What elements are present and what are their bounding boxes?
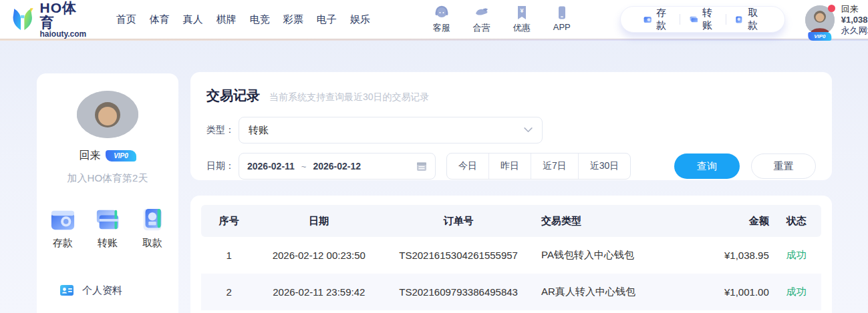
app-download-button[interactable]: APP: [548, 5, 576, 34]
withdraw-icon: [735, 14, 743, 25]
id-card-icon: [59, 283, 74, 298]
site-url-label: 永久网址：: [841, 25, 868, 35]
joined-days-text: 加入HO体育第2天: [67, 172, 148, 185]
cell-order: TS2021615304261555957: [381, 237, 536, 274]
deposit-wallet-icon: [49, 208, 77, 233]
sidebar-withdraw-label: 取款: [142, 237, 162, 250]
withdraw-atm-icon: [138, 208, 166, 233]
header-date: 日期: [257, 205, 382, 237]
cell-order: TS2021609793386495843: [381, 274, 536, 310]
user-name: 回来: [841, 4, 868, 15]
cell-type: AR真人转入中心钱包: [536, 274, 691, 310]
brand-name: HO体育: [39, 1, 88, 30]
phone-icon: [554, 5, 570, 21]
nav-item-slots[interactable]: 电子: [317, 13, 337, 26]
sidebar-deposit-label: 存款: [53, 237, 73, 250]
nav-item-sports[interactable]: 体育: [150, 13, 170, 26]
date-to-value: 2026-02-12: [313, 161, 361, 172]
deposit-button[interactable]: 存款: [634, 7, 680, 32]
svg-text:¥: ¥: [520, 7, 523, 14]
transfer-icon: [690, 14, 698, 25]
partnership-button[interactable]: 合营: [468, 5, 496, 34]
status-badge: 成功: [772, 274, 821, 310]
vip-badge: VIP0: [106, 150, 136, 162]
sidebar-menu: 个人资料 交易记录: [37, 276, 178, 313]
coupon-icon: ¥: [514, 5, 530, 21]
transaction-type-select[interactable]: 转账: [239, 117, 543, 143]
status-badge: 成功: [772, 237, 821, 274]
main-nav: 首页 体育 真人 棋牌 电竞 彩票 电子 娱乐: [116, 13, 370, 26]
date-field-label: 日期：: [206, 160, 239, 172]
chevron-down-icon: [524, 127, 533, 133]
user-block[interactable]: VIP0 回来 ¥1,038.95 永久网址：haiouty.com: [805, 3, 868, 37]
header-index: 序号: [201, 205, 257, 237]
navbar-divider: [0, 39, 868, 41]
nav-item-cards[interactable]: 棋牌: [216, 13, 237, 26]
reset-button[interactable]: 重置: [751, 153, 816, 179]
promotions-label: 优惠: [513, 22, 531, 34]
date-range-input[interactable]: 2026-02-11 ~ 2026-02-12: [239, 153, 436, 180]
app-label: APP: [553, 22, 571, 32]
headset-icon: [434, 5, 450, 21]
avatar-photo: [77, 91, 138, 138]
user-balance: ¥1,038.95: [841, 15, 868, 25]
range-7days-button[interactable]: 近7日: [531, 153, 578, 179]
cell-index: 1: [201, 237, 257, 274]
nav-item-esports[interactable]: 电竞: [250, 13, 270, 26]
brand-domain: haiouty.com: [39, 30, 88, 39]
sidebar-transfer-button[interactable]: 转账: [94, 208, 122, 250]
nav-item-live[interactable]: 真人: [183, 13, 203, 26]
sidebar-transfer-label: 转账: [98, 237, 118, 250]
table-header-row: 序号 日期 订单号 交易类型 金额 状态: [201, 205, 821, 237]
header-status: 状态: [772, 205, 821, 237]
transactions-table: 序号 日期 订单号 交易类型 金额 状态 1 2026-02-12 00:23:…: [201, 205, 821, 310]
top-navbar: HO体育 haiouty.com 首页 体育 真人 棋牌 电竞 彩票 电子 娱乐…: [0, 0, 868, 39]
notification-dot: [828, 5, 835, 12]
brand-logo[interactable]: HO体育 haiouty.com: [11, 1, 88, 39]
withdraw-label: 取款: [748, 7, 762, 32]
transaction-table-card: 序号 日期 订单号 交易类型 金额 状态 1 2026-02-12 00:23:…: [190, 196, 832, 313]
sidebar-deposit-button[interactable]: 存款: [49, 208, 77, 250]
cell-date: 2026-02-11 23:59:42: [257, 274, 382, 310]
range-today-button[interactable]: 今日: [447, 153, 488, 179]
transfer-card-icon: [94, 208, 122, 233]
header-type: 交易类型: [536, 205, 691, 237]
sidebar-item-profile[interactable]: 个人资料: [37, 276, 178, 304]
cell-type: PA钱包转入中心钱包: [536, 237, 691, 274]
type-selected-value: 转账: [249, 124, 524, 137]
table-row: 2 2026-02-11 23:59:42 TS2021609793386495…: [201, 274, 821, 310]
cell-amount: ¥1,001.00: [691, 274, 772, 310]
quick-icons-group: 客服 合营 ¥ 优惠 APP: [428, 5, 576, 34]
transfer-button[interactable]: 转账: [680, 7, 726, 32]
withdraw-button[interactable]: 取款: [726, 7, 770, 32]
transaction-filter-card: 交易记录 当前系统支持查询最近30日的交易记录 类型： 转账 日期： 2026-…: [190, 72, 832, 180]
cell-amount: ¥1,038.95: [691, 237, 772, 274]
sidebar-withdraw-button[interactable]: 取款: [138, 208, 166, 250]
header-order: 订单号: [381, 205, 536, 237]
nav-item-home[interactable]: 首页: [116, 13, 136, 26]
customer-service-label: 客服: [433, 22, 450, 34]
partnership-label: 合营: [473, 22, 490, 34]
search-button[interactable]: 查询: [674, 153, 740, 179]
promotions-button[interactable]: ¥ 优惠: [508, 5, 536, 34]
cell-index: 2: [201, 274, 257, 310]
customer-service-button[interactable]: 客服: [428, 5, 456, 34]
type-field-label: 类型：: [206, 124, 239, 136]
nav-item-lottery[interactable]: 彩票: [283, 13, 303, 26]
range-yesterday-button[interactable]: 昨日: [488, 153, 531, 179]
calendar-icon: [416, 161, 427, 172]
date-separator: ~: [301, 162, 307, 172]
header-amount: 金额: [691, 205, 772, 237]
profile-name: 回来: [79, 149, 100, 163]
deposit-label: 存款: [656, 7, 670, 32]
brand-mark-icon: [11, 6, 34, 33]
date-from-value: 2026-02-11: [247, 161, 295, 172]
transfer-label: 转账: [702, 7, 716, 32]
quick-range-group: 今日 昨日 近7日 近30日: [446, 153, 631, 180]
sidebar-item-profile-label: 个人资料: [82, 284, 122, 297]
profile-avatar[interactable]: [77, 91, 138, 138]
range-30days-button[interactable]: 近30日: [578, 153, 631, 179]
handshake-icon: [474, 5, 490, 21]
table-row: 1 2026-02-12 00:23:50 TS2021615304261555…: [201, 237, 821, 274]
nav-item-entertainment[interactable]: 娱乐: [350, 13, 370, 26]
